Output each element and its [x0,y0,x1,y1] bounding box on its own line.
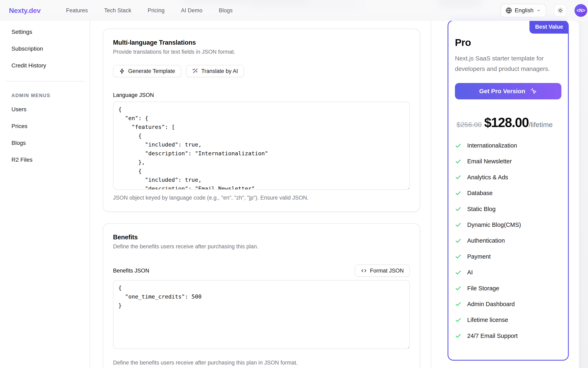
nav-links: Features Tech Stack Pricing AI Demo Blog… [66,7,233,14]
feature-item: 24/7 Email Support [455,333,561,339]
translations-card-title: Multi-language Translations [113,39,410,46]
language-json-textarea[interactable]: { "en": { "features": [ { "included": tr… [113,102,410,190]
sidebar-item-blogs[interactable]: Blogs [6,135,84,151]
feature-label: Lifetime license [467,317,508,323]
feature-item: Authentication [455,238,561,244]
sidebar-item-credit-history[interactable]: Credit History [6,58,84,73]
feature-item: Analytics & Ads [455,174,561,181]
check-icon [455,253,462,260]
translate-by-ai-button[interactable]: Translate by AI [186,65,244,77]
feature-label: AI [467,269,473,276]
sidebar-item-users[interactable]: Users [6,102,84,117]
plan-name: Pro [455,37,561,48]
current-price: $128.00 [484,115,529,130]
globe-icon [506,7,512,14]
main-form-area: Multi-language Translations Provide tran… [90,21,431,368]
check-icon [455,142,462,149]
logo[interactable]: Nexty.dev [9,7,41,15]
feature-label: Payment [467,253,490,260]
feature-label: Static Blog [467,206,496,212]
format-json-label: Format JSON [370,267,404,274]
language-json-hint: JSON object keyed by language code (e.g.… [113,195,410,201]
top-navbar: Nexty.dev Features Tech Stack Pricing AI… [0,0,588,21]
check-icon [455,332,462,339]
check-icon [455,238,462,244]
nav-link-features[interactable]: Features [66,7,88,14]
feature-label: Database [467,190,493,196]
benefits-json-label: Benefits JSON [113,267,149,274]
zap-icon [119,68,125,74]
check-icon [455,190,462,196]
sidebar-divider [6,81,84,82]
original-price: $256.00 [456,121,482,129]
sun-icon [557,7,563,14]
benefits-card-subtitle: Define the benefits users receive after … [113,243,410,250]
check-icon [455,158,462,165]
benefits-json-hint: Define the benefits users receive after … [113,359,410,366]
feature-label: 24/7 Email Support [467,332,518,339]
generate-template-button[interactable]: Generate Template [113,65,181,77]
pro-plan-card: Best Value Pro Next.js SaaS starter temp… [447,20,569,361]
check-icon [455,285,462,292]
nav-link-tech-stack[interactable]: Tech Stack [104,7,131,14]
sidebar: Settings Subscription Credit History ADM… [0,21,90,368]
sidebar-item-subscription[interactable]: Subscription [6,41,84,56]
check-icon [455,301,462,307]
feature-label: Analytics & Ads [467,174,508,181]
translations-actions: Generate Template Translate by AI [113,65,410,77]
translations-card-subtitle: Provide translations for text fields in … [113,49,410,55]
check-icon [455,317,462,323]
theme-toggle-button[interactable] [554,4,567,17]
nav-link-ai-demo[interactable]: AI Demo [181,7,203,14]
content-sheet: Settings Subscription Credit History ADM… [0,21,579,368]
feature-item: Static Blog [455,206,561,212]
get-pro-version-label: Get Pro Version [479,88,525,95]
wand-sparkles-icon [192,68,198,74]
feature-item: File Storage [455,285,561,292]
feature-item: Admin Dashboard [455,301,561,307]
language-label: English [515,7,534,14]
feature-label: Internationalization [467,142,517,149]
check-icon [455,174,462,181]
feature-label: Email Newsletter [467,158,512,165]
language-selector[interactable]: English [500,4,546,17]
feature-label: Authentication [467,237,505,244]
sidebar-item-settings[interactable]: Settings [6,24,84,40]
sidebar-admin-group: Users Prices Blogs R2 Files [6,102,84,168]
feature-item: Payment [455,253,561,260]
feature-item: Email Newsletter [455,158,561,165]
user-avatar[interactable]: <N> [574,4,587,17]
code-icon [361,268,367,274]
feature-item: Dynamic Blog(CMS) [455,222,561,228]
translations-card: Multi-language Translations Provide tran… [103,29,420,212]
app-root: Nexty.dev Features Tech Stack Pricing AI… [0,0,588,368]
mouse-pointer-click-icon [530,88,537,95]
get-pro-version-button[interactable]: Get Pro Version [455,83,561,99]
feature-label: File Storage [467,285,499,292]
price-suffix: /lifetime [529,121,552,129]
sidebar-item-r2-files[interactable]: R2 Files [6,152,84,168]
nav-link-pricing[interactable]: Pricing [148,7,165,14]
feature-label: Admin Dashboard [467,301,515,308]
best-value-badge: Best Value [529,20,569,34]
translate-by-ai-label: Translate by AI [201,68,238,74]
sidebar-section-label: ADMIN MENUS [6,91,84,100]
feature-item: Database [455,190,561,196]
check-icon [455,206,462,212]
nav-link-blogs[interactable]: Blogs [219,7,233,14]
format-json-button[interactable]: Format JSON [355,265,410,277]
generate-template-label: Generate Template [128,68,175,74]
price-row: $256.00 $128.00 /lifetime [456,115,568,130]
feature-item: AI [455,269,561,276]
nav-right-controls: English <N> [500,4,587,17]
feature-item: Lifetime license [455,317,561,323]
plan-description: Next.js SaaS starter template for develo… [455,53,561,74]
plan-preview-panel: Best Value Pro Next.js SaaS starter temp… [431,21,579,368]
benefits-json-textarea[interactable]: { "one_time_credits": 500 } [113,280,410,349]
benefits-label-row: Benefits JSON Format JSON [113,265,410,277]
language-json-label: Language JSON [113,92,410,98]
check-icon [455,221,462,228]
sidebar-item-prices[interactable]: Prices [6,119,84,134]
feature-item: Internationalization [455,142,561,149]
feature-list: Internationalization Email Newsletter An… [455,142,561,339]
